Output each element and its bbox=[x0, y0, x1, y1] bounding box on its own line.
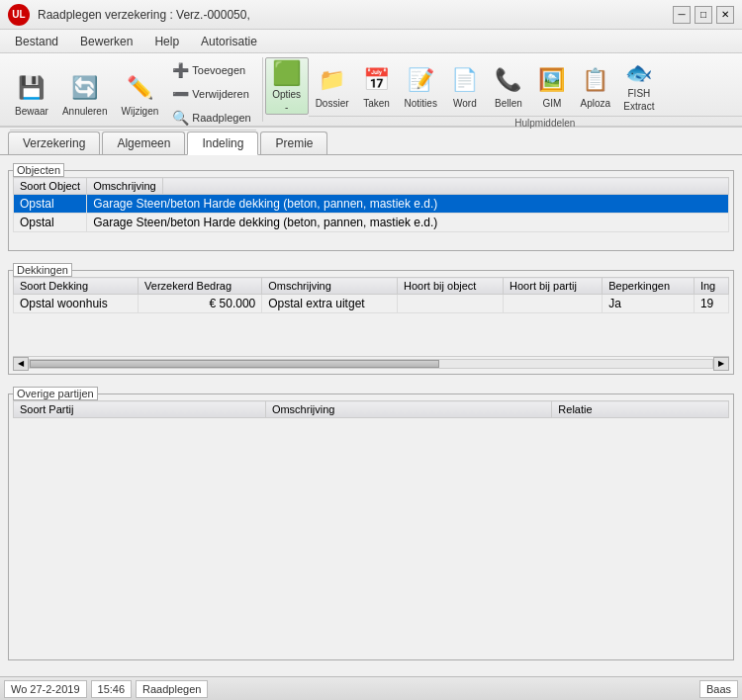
title-bar-controls: ─ □ ✕ bbox=[673, 6, 734, 24]
verwijderen-button[interactable]: ➖ Verwijderen bbox=[167, 83, 255, 105]
annuleren-button[interactable]: 🔄 Annuleren bbox=[57, 65, 113, 123]
toolbar-small-group: ➕ Toevoegen ➖ Verwijderen 🔍 Raadplegen bbox=[167, 59, 255, 129]
table-row[interactable]: Opstal woonhuis € 50.000 Opstal extra ui… bbox=[14, 295, 729, 313]
delete-icon: ➖ bbox=[172, 86, 189, 102]
col-omschrijving: Omschrijving bbox=[265, 401, 551, 418]
col-hoort-bij-partij: Hoort bij partij bbox=[504, 278, 603, 295]
menu-help[interactable]: Help bbox=[143, 31, 190, 52]
tab-algemeen[interactable]: Algemeen bbox=[102, 131, 185, 154]
hulpmiddelen-buttons: 🟩 Opties - 📁 Dossier 📅 Taken 📝 Notities … bbox=[265, 57, 738, 115]
fish-label: FISH bbox=[628, 88, 651, 99]
taken-button[interactable]: 📅 Taken bbox=[356, 57, 398, 115]
verwijderen-label: Verwijderen bbox=[192, 88, 248, 100]
aploza-label: Aploza bbox=[581, 98, 611, 109]
word-icon: 📄 bbox=[449, 64, 481, 96]
opties-button[interactable]: 🟩 Opties - bbox=[265, 57, 309, 115]
fish-extract-button[interactable]: 🐟 FISH Extract bbox=[618, 57, 660, 115]
taken-label: Taken bbox=[363, 98, 390, 109]
cell-omschrijving: Opstal extra uitget bbox=[262, 295, 398, 313]
objecten-table: Soort Object Omschrijving Opstal Garage … bbox=[13, 177, 729, 232]
wijzigen-button[interactable]: ✏️ Wijzigen bbox=[117, 65, 164, 123]
col-relatie: Relatie bbox=[552, 401, 729, 418]
fish-icon: 🐟 bbox=[623, 60, 655, 86]
notities-icon: 📝 bbox=[405, 64, 436, 96]
table-row[interactable]: Opstal Garage Steen/beton Harde dekking … bbox=[14, 214, 729, 232]
col-beperkingen: Beperkingen bbox=[603, 278, 695, 295]
scroll-right-arrow[interactable]: ▶ bbox=[713, 357, 729, 371]
word-button[interactable]: 📄 Word bbox=[444, 57, 486, 115]
scroll-track[interactable] bbox=[29, 359, 713, 369]
overige-partijen-section: Overige partijen Soort Partij Omschrijvi… bbox=[8, 387, 734, 660]
aploza-button[interactable]: 📋 Aploza bbox=[575, 57, 616, 115]
dekkingen-scrollbar[interactable]: ◀ ▶ bbox=[13, 356, 729, 370]
col-verzekerd-bedrag: Verzekerd Bedrag bbox=[139, 278, 262, 295]
dekkingen-header-row: Soort Dekking Verzekerd Bedrag Omschrijv… bbox=[14, 278, 729, 295]
col-soort-partij: Soort Partij bbox=[14, 401, 266, 418]
toolbar: 💾 Bewaar 🔄 Annuleren ✏️ Wijzigen ➕ Toevo… bbox=[0, 53, 742, 128]
edit-icon: ✏️ bbox=[124, 72, 155, 104]
title-bar-left: UL Raadplegen verzekering : Verz.-000050… bbox=[8, 4, 250, 26]
wijzigen-label: Wijzigen bbox=[122, 106, 159, 117]
maximize-button[interactable]: □ bbox=[695, 6, 712, 24]
toevoegen-button[interactable]: ➕ Toevoegen bbox=[167, 59, 255, 81]
opties-icon: 🟩 bbox=[272, 59, 302, 87]
col-soort-object: Soort Object bbox=[14, 178, 87, 195]
dekkingen-table-wrapper: Soort Dekking Verzekerd Bedrag Omschrijv… bbox=[13, 277, 729, 356]
bewaar-button[interactable]: 💾 Bewaar bbox=[10, 65, 53, 123]
view-icon: 🔍 bbox=[172, 110, 189, 126]
tab-verzekering[interactable]: Verzekering bbox=[8, 131, 100, 154]
scroll-left-arrow[interactable]: ◀ bbox=[13, 357, 29, 371]
tab-indeling[interactable]: Indeling bbox=[187, 131, 258, 155]
col-ing: Ing bbox=[694, 278, 728, 295]
notities-label: Notities bbox=[405, 98, 437, 109]
opties-label: Opties bbox=[272, 89, 301, 100]
col-omschrijving: Omschrijving bbox=[87, 178, 163, 195]
toolbar-acties-buttons: 💾 Bewaar 🔄 Annuleren ✏️ Wijzigen ➕ Toevo… bbox=[10, 59, 256, 129]
objecten-legend: Objecten bbox=[13, 163, 64, 177]
word-label: Word bbox=[453, 98, 477, 109]
cell-beperkingen: Ja bbox=[603, 295, 695, 313]
aploza-icon: 📋 bbox=[580, 64, 611, 96]
objecten-table-wrapper: Soort Object Omschrijving Opstal Garage … bbox=[13, 177, 729, 246]
toevoegen-label: Toevoegen bbox=[192, 64, 245, 76]
annuleren-label: Annuleren bbox=[62, 106, 108, 117]
status-mode: Raadplegen bbox=[136, 680, 208, 698]
gim-icon: 🖼️ bbox=[536, 64, 568, 96]
overige-partijen-legend: Overige partijen bbox=[13, 387, 98, 400]
menu-bar: Bestand Bewerken Help Autorisatie bbox=[0, 30, 742, 53]
raadplegen-button[interactable]: 🔍 Raadplegen bbox=[167, 107, 255, 129]
cancel-icon: 🔄 bbox=[69, 72, 101, 104]
save-icon: 💾 bbox=[16, 72, 47, 104]
toolbar-hulpmiddelen-group: 🟩 Opties - 📁 Dossier 📅 Taken 📝 Notities … bbox=[265, 57, 738, 122]
bellen-button[interactable]: 📞 Bellen bbox=[488, 57, 529, 115]
window-title: Raadplegen verzekering : Verz.-000050, bbox=[38, 8, 250, 22]
status-date: Wo 27-2-2019 bbox=[4, 680, 87, 698]
notities-button[interactable]: 📝 Notities bbox=[400, 57, 442, 115]
taken-icon: 📅 bbox=[361, 64, 393, 96]
status-user: Baas bbox=[699, 680, 738, 698]
dekkingen-table: Soort Dekking Verzekerd Bedrag Omschrijv… bbox=[13, 277, 729, 313]
dossier-label: Dossier bbox=[316, 98, 349, 109]
main-content: Objecten Soort Object Omschrijving Opsta… bbox=[0, 155, 742, 674]
menu-bewerken[interactable]: Bewerken bbox=[69, 31, 143, 52]
menu-bestand[interactable]: Bestand bbox=[4, 31, 69, 52]
add-icon: ➕ bbox=[172, 62, 189, 78]
close-button[interactable]: ✕ bbox=[716, 6, 734, 24]
gim-button[interactable]: 🖼️ GIM bbox=[531, 57, 573, 115]
bellen-label: Bellen bbox=[495, 98, 522, 109]
scroll-thumb[interactable] bbox=[30, 360, 439, 368]
hulpmiddelen-label: Hulpmiddelen bbox=[309, 116, 742, 129]
bewaar-label: Bewaar bbox=[15, 106, 48, 117]
title-bar: UL Raadplegen verzekering : Verz.-000050… bbox=[0, 0, 742, 30]
overige-partijen-table: Soort Partij Omschrijving Relatie bbox=[13, 400, 729, 418]
objecten-section: Objecten Soort Object Omschrijving Opsta… bbox=[8, 163, 734, 251]
tab-premie[interactable]: Premie bbox=[260, 131, 327, 154]
dossier-button[interactable]: 📁 Dossier bbox=[311, 57, 354, 115]
cell-omschrijving: Garage Steen/beton Harde dekking (beton,… bbox=[87, 214, 729, 232]
table-row[interactable]: Opstal Garage Steen/beton Harde dekking … bbox=[14, 195, 729, 214]
minimize-button[interactable]: ─ bbox=[673, 6, 691, 24]
toolbar-acties-group: 💾 Bewaar 🔄 Annuleren ✏️ Wijzigen ➕ Toevo… bbox=[4, 57, 263, 122]
tabs-bar: Verzekering Algemeen Indeling Premie bbox=[0, 128, 742, 155]
cell-hoort-bij-object bbox=[398, 295, 504, 313]
menu-autorisatie[interactable]: Autorisatie bbox=[190, 31, 268, 52]
